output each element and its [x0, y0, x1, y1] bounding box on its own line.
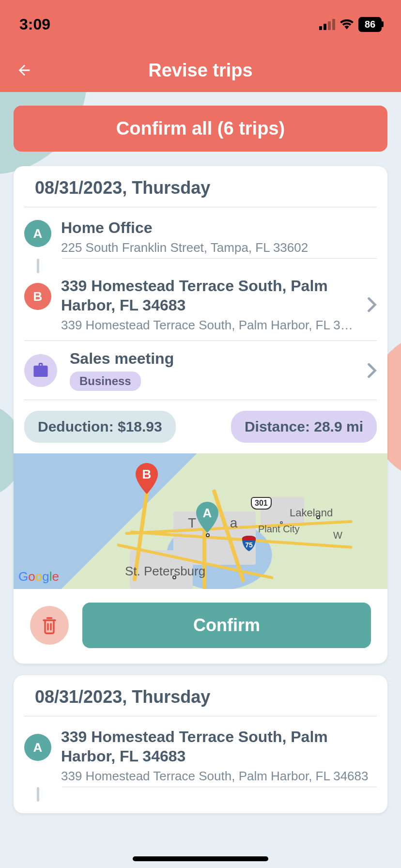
- status-icons: 86: [319, 17, 382, 32]
- waypoint-b-marker: B: [24, 283, 51, 310]
- interstate-shield-icon: 75: [241, 536, 257, 551]
- divider: [62, 258, 377, 259]
- chevron-right-icon: [367, 297, 377, 312]
- map-pin-a: A: [195, 502, 219, 533]
- trip-map[interactable]: Taa St. Petersburg Lakeland Plant City W…: [14, 453, 387, 589]
- delete-trip-button[interactable]: [30, 606, 69, 645]
- purpose-badge: Business: [70, 372, 141, 391]
- header: Revise trips: [0, 48, 401, 92]
- map-point-dot: [280, 521, 283, 524]
- battery-icon: 86: [358, 17, 382, 32]
- chevron-right-icon: [367, 363, 377, 378]
- waypoint-a-marker: A: [24, 734, 51, 761]
- battery-level: 86: [365, 19, 375, 30]
- waypoint-connector: [37, 259, 39, 273]
- map-anchor-dot: [206, 533, 210, 537]
- map-label-stpete: St. Petersburg: [125, 564, 205, 579]
- waypoint-a-title: 339 Homestead Terrace South, Palm Harbor…: [61, 727, 377, 766]
- trip-date: 08/31/2023, Thursday: [24, 178, 377, 207]
- waypoint-a-address: 225 South Franklin Street, Tampa, FL 336…: [61, 240, 377, 255]
- waypoint-b-address: 339 Homestead Terrace South, Palm Harbor…: [61, 318, 357, 333]
- confirm-all-button[interactable]: Confirm all (6 trips): [14, 106, 387, 152]
- cellular-icon: [319, 19, 335, 30]
- home-indicator[interactable]: [133, 856, 268, 861]
- page-title: Revise trips: [0, 60, 401, 81]
- trip-purpose-row[interactable]: Sales meeting Business: [24, 341, 377, 400]
- route-shield-301: 301: [251, 497, 272, 510]
- distance-pill: Distance: 28.9 mi: [231, 411, 377, 443]
- deduction-pill: Deduction: $18.93: [24, 411, 176, 443]
- confirm-trip-button[interactable]: Confirm: [82, 603, 371, 648]
- back-button[interactable]: [15, 61, 34, 80]
- map-label-plantcity: Plant City: [258, 524, 300, 535]
- trip-actions: Confirm: [14, 589, 387, 652]
- briefcase-icon: [24, 354, 57, 387]
- map-pin-b: B: [135, 463, 159, 494]
- map-point-dot: [316, 515, 320, 519]
- waypoint-a-row: A 339 Homestead Terrace South, Palm Harb…: [14, 716, 387, 787]
- wifi-icon: [340, 19, 354, 30]
- waypoint-b-title: 339 Homestead Terrace South, Palm Harbor…: [61, 276, 357, 315]
- trip-card: 08/31/2023, Thursday A 339 Homestead Ter…: [14, 675, 387, 813]
- waypoint-b-row[interactable]: B 339 Homestead Terrace South, Palm Harb…: [24, 273, 377, 341]
- svg-text:75: 75: [245, 541, 253, 549]
- trash-icon: [41, 616, 58, 635]
- waypoint-a-marker: A: [24, 220, 51, 247]
- trip-stats: Deduction: $18.93 Distance: 28.9 mi: [14, 400, 387, 443]
- divider: [62, 787, 377, 787]
- waypoint-a-address: 339 Homestead Terrace South, Palm Harbor…: [61, 769, 377, 784]
- status-bar: 3:09 86: [0, 0, 401, 48]
- arrow-left-icon: [16, 62, 32, 78]
- trip-card: 08/31/2023, Thursday A Home Office 225 S…: [14, 166, 387, 664]
- map-label-lakeland: Lakeland: [290, 507, 333, 519]
- waypoint-a-title: Home Office: [61, 218, 377, 237]
- waypoint-connector: [37, 787, 39, 802]
- map-label-w: W: [333, 530, 342, 541]
- google-logo: Google: [18, 569, 59, 584]
- waypoint-a-row: A Home Office 225 South Franklin Street,…: [14, 207, 387, 258]
- status-time: 3:09: [19, 16, 50, 33]
- trip-date: 08/31/2023, Thursday: [24, 687, 377, 716]
- map-point-dot: [172, 575, 176, 579]
- purpose-title: Sales meeting: [70, 350, 355, 368]
